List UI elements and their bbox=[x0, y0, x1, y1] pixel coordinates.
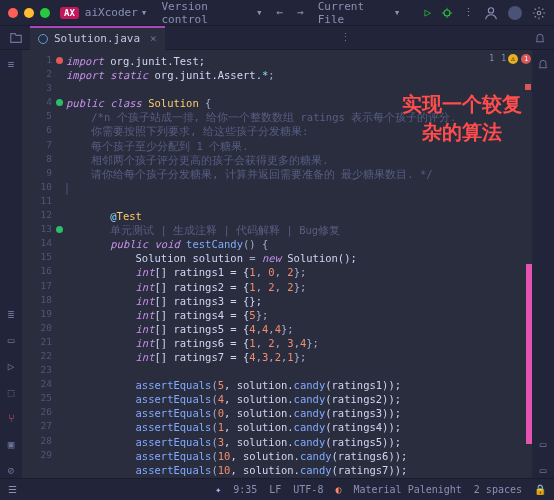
error-mark[interactable] bbox=[525, 84, 531, 90]
todo-icon[interactable]: ☰ bbox=[8, 484, 17, 495]
nav-back[interactable]: ← bbox=[277, 6, 284, 19]
notifications-tool[interactable] bbox=[535, 56, 551, 72]
line-number[interactable]: 5 bbox=[22, 110, 66, 124]
line-number[interactable]: 13 bbox=[22, 223, 66, 237]
right-toolbar: ▭ ▭ bbox=[532, 50, 554, 478]
tab-label: Solution.java bbox=[54, 32, 140, 45]
chevron-down-icon: ▾ bbox=[141, 6, 148, 19]
encoding[interactable]: UTF-8 bbox=[293, 484, 323, 495]
warn-badge[interactable]: ⚠ bbox=[508, 54, 518, 64]
change-mark[interactable] bbox=[526, 264, 532, 444]
more-run-icon[interactable]: ⋮ bbox=[463, 6, 474, 19]
line-number[interactable]: 25 bbox=[22, 392, 66, 406]
indent[interactable]: 2 spaces bbox=[474, 484, 522, 495]
menu-icon[interactable]: ≡ bbox=[3, 56, 19, 72]
svg-point-0 bbox=[444, 10, 450, 16]
line-number[interactable]: 4 bbox=[22, 96, 66, 110]
chevron-down-icon: ▾ bbox=[256, 6, 263, 19]
bookmark-icon[interactable]: ▭ bbox=[3, 332, 19, 348]
weak-count: 1 bbox=[489, 54, 494, 63]
line-number[interactable]: 6 bbox=[22, 124, 66, 138]
close-tab-icon[interactable]: × bbox=[150, 32, 157, 45]
line-number[interactable]: 15 bbox=[22, 251, 66, 265]
svg-point-6 bbox=[537, 11, 541, 15]
db-tool[interactable]: ▭ bbox=[535, 436, 551, 452]
user-icon[interactable] bbox=[484, 6, 498, 20]
project-tool-icon[interactable] bbox=[6, 31, 26, 45]
line-number[interactable]: 23 bbox=[22, 364, 66, 378]
editor[interactable]: 1234567891011121314151617181920212223242… bbox=[22, 50, 532, 478]
line-number[interactable]: 11 bbox=[22, 195, 66, 209]
file-tab[interactable]: Solution.java × bbox=[30, 26, 165, 50]
line-number[interactable]: 21 bbox=[22, 336, 66, 350]
left-toolbar: ≡ ≣ ▭ ▷ ⬚ ⑂ ▣ ⊘ bbox=[0, 50, 22, 478]
git-icon[interactable]: ⑂ bbox=[3, 410, 19, 426]
line-number[interactable]: 22 bbox=[22, 350, 66, 364]
line-number[interactable]: 10 bbox=[22, 181, 66, 195]
line-number[interactable]: 29 bbox=[22, 449, 66, 463]
line-number[interactable]: 20 bbox=[22, 322, 66, 336]
build-icon[interactable]: ⬚ bbox=[3, 384, 19, 400]
line-number[interactable]: 18 bbox=[22, 294, 66, 308]
notifications-icon[interactable] bbox=[534, 32, 546, 44]
vcs-menu[interactable]: Version control▾ bbox=[161, 0, 262, 26]
cursor-pos[interactable]: 9:35 bbox=[233, 484, 257, 495]
right-tool2[interactable]: ▭ bbox=[535, 462, 551, 478]
structure-icon[interactable]: ≣ bbox=[3, 306, 19, 322]
tab-options-icon[interactable]: ⋮ bbox=[340, 31, 351, 44]
code-area[interactable]: import org.junit.Test; import static org… bbox=[66, 50, 532, 478]
error-badge[interactable]: 1 bbox=[521, 54, 531, 64]
brand-tag: AX bbox=[60, 7, 79, 19]
nav-fwd[interactable]: → bbox=[297, 6, 304, 19]
maximize-window[interactable] bbox=[40, 8, 50, 18]
line-number[interactable]: 24 bbox=[22, 378, 66, 392]
line-number[interactable]: 16 bbox=[22, 265, 66, 279]
debug-button[interactable] bbox=[441, 7, 453, 19]
ai-status[interactable]: ✦ bbox=[215, 484, 221, 495]
warn-count: 1 bbox=[501, 54, 506, 63]
run-button[interactable]: ▷ bbox=[424, 6, 431, 19]
line-number[interactable]: 28 bbox=[22, 435, 66, 449]
tab-row: Solution.java × ⋮ bbox=[0, 26, 554, 50]
line-number[interactable]: 2 bbox=[22, 68, 66, 82]
minimize-window[interactable] bbox=[24, 8, 34, 18]
titlebar: AX aiXcoder▾ Version control▾ ← → Curren… bbox=[0, 0, 554, 26]
line-number[interactable]: 9 bbox=[22, 167, 66, 181]
marker-bar[interactable]: 1 ⚠ 1 1 bbox=[522, 50, 532, 478]
svg-point-5 bbox=[488, 7, 493, 12]
brand-menu[interactable]: aiXcoder▾ bbox=[85, 6, 148, 19]
status-bar: ☰ ✦ 9:35 LF UTF-8 ◐ Material Palenight 2… bbox=[0, 478, 554, 500]
run-config[interactable]: Current File ▾ bbox=[318, 0, 401, 26]
line-number[interactable]: 1 bbox=[22, 54, 66, 68]
theme[interactable]: Material Palenight bbox=[353, 484, 461, 495]
line-number[interactable]: 8 bbox=[22, 153, 66, 167]
avatar[interactable] bbox=[508, 6, 522, 20]
line-number[interactable]: 19 bbox=[22, 308, 66, 322]
settings-icon[interactable] bbox=[532, 6, 546, 20]
run-tool-icon[interactable]: ▷ bbox=[3, 358, 19, 374]
line-number[interactable]: 26 bbox=[22, 406, 66, 420]
line-number[interactable]: 7 bbox=[22, 139, 66, 153]
problems-icon[interactable]: ⊘ bbox=[3, 462, 19, 478]
line-number[interactable]: 14 bbox=[22, 237, 66, 251]
line-number[interactable]: 17 bbox=[22, 280, 66, 294]
readonly-icon[interactable]: 🔒 bbox=[534, 484, 546, 495]
file-type-icon bbox=[38, 34, 48, 44]
terminal-icon[interactable]: ▣ bbox=[3, 436, 19, 452]
close-window[interactable] bbox=[8, 8, 18, 18]
gutter: 1234567891011121314151617181920212223242… bbox=[22, 50, 66, 478]
line-number[interactable]: 3 bbox=[22, 82, 66, 96]
line-sep[interactable]: LF bbox=[269, 484, 281, 495]
theme-icon: ◐ bbox=[335, 484, 341, 495]
line-number[interactable]: 27 bbox=[22, 420, 66, 434]
line-number[interactable]: 12 bbox=[22, 209, 66, 223]
window-controls[interactable] bbox=[8, 8, 50, 18]
